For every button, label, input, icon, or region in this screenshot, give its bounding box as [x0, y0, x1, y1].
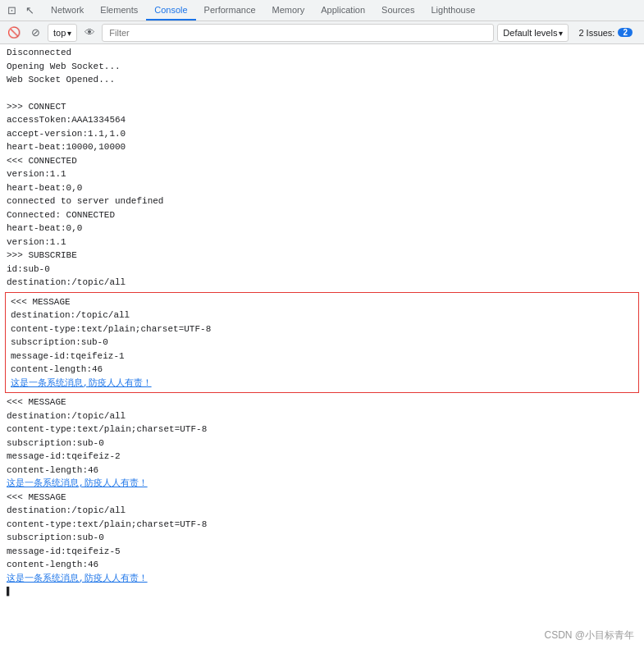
tab-console[interactable]: Console: [146, 0, 195, 21]
console-line: connected to server undefined: [0, 194, 644, 208]
console-line: version:1.1: [0, 167, 644, 181]
console-line: message-id:tqeifeiz-2: [0, 450, 644, 464]
tab-memory[interactable]: Memory: [264, 0, 313, 21]
console-line: content-type:text/plain;charset=UTF-8: [0, 518, 644, 532]
console-line: destination:/topic/all: [11, 309, 633, 322]
console-line: content-type:text/plain;charset=UTF-8: [11, 322, 633, 336]
devtools-tab-bar: ⊡ ↖ Network Elements Console Performance…: [0, 0, 644, 21]
issues-badge[interactable]: 2 Issues: 2: [572, 26, 639, 39]
chinese-message-text-3: 这是一条系统消息,防疫人人有责！: [0, 572, 644, 586]
tab-performance[interactable]: Performance: [196, 0, 264, 21]
console-line: destination:/topic/all: [0, 504, 644, 518]
console-line: Web Socket Opened...: [0, 73, 644, 87]
tab-elements[interactable]: Elements: [92, 0, 146, 21]
console-output: Disconnected Opening Web Socket... Web S…: [0, 44, 644, 649]
console-line: Opening Web Socket...: [0, 60, 644, 74]
filter-button[interactable]: ⊘: [26, 24, 44, 42]
console-line: content-length:46: [0, 464, 644, 478]
tab-network[interactable]: Network: [43, 0, 92, 21]
console-line: >>> CONNECT: [0, 100, 644, 114]
levels-chevron: [559, 28, 563, 38]
console-line: version:1.1: [0, 235, 644, 249]
context-label: top: [53, 28, 66, 38]
console-line: <<< CONNECTED: [0, 154, 644, 168]
levels-label: Default levels: [503, 28, 557, 38]
tab-sources[interactable]: Sources: [373, 0, 422, 21]
console-line: subscription:sub-0: [11, 336, 633, 350]
console-line: <<< MESSAGE: [0, 395, 644, 409]
console-toolbar: 🚫 ⊘ top 👁 Default levels 2 Issues: 2: [0, 21, 644, 44]
console-line: destination:/topic/all: [0, 276, 644, 290]
issues-count: 2: [618, 28, 633, 37]
context-chevron: [67, 28, 71, 38]
tab-lighthouse[interactable]: Lighthouse: [422, 0, 483, 21]
console-line: id:sub-0: [0, 263, 644, 277]
console-line: <<< MESSAGE: [0, 491, 644, 505]
console-line: content-length:46: [11, 363, 633, 377]
filter-input[interactable]: [102, 24, 494, 42]
context-selector[interactable]: top: [48, 24, 77, 42]
devtools-inspect-button[interactable]: ↖: [21, 2, 38, 19]
console-line: heart-beat:0,0: [0, 181, 644, 195]
tab-application[interactable]: Application: [313, 0, 373, 21]
console-line: <<< MESSAGE: [11, 295, 633, 309]
console-line: heart-beat:10000,10000: [0, 140, 644, 154]
issues-label: 2 Issues:: [578, 28, 614, 38]
console-line: destination:/topic/all: [0, 409, 644, 423]
console-line: Disconnected: [0, 46, 644, 60]
eye-button[interactable]: 👁: [80, 24, 98, 42]
console-empty: [0, 87, 644, 100]
console-line: subscription:sub-0: [0, 436, 644, 450]
clear-console-button[interactable]: 🚫: [5, 24, 23, 42]
highlighted-message-block: <<< MESSAGE destination:/topic/all conte…: [5, 292, 639, 394]
console-line: content-length:46: [0, 558, 644, 572]
console-line: heart-beat:0,0: [0, 222, 644, 235]
console-cursor: ▌: [0, 585, 644, 599]
console-line: accessToken:AAA1334564: [0, 113, 644, 127]
console-line: content-type:text/plain;charset=UTF-8: [0, 423, 644, 436]
console-line: Connected: CONNECTED: [0, 208, 644, 222]
watermark: CSDN @小目标青年: [544, 628, 634, 642]
chinese-message-text: 这是一条系统消息,防疫人人有责！: [11, 377, 633, 391]
console-line: message-id:tqeifeiz-1: [11, 350, 633, 363]
chinese-message-text-2: 这是一条系统消息,防疫人人有责！: [0, 477, 644, 491]
tab-list: Network Elements Console Performance Mem…: [43, 0, 483, 21]
devtools-icons: ⊡ ↖: [3, 2, 38, 19]
console-line: subscription:sub-0: [0, 531, 644, 545]
console-line: accept-version:1.1,1.0: [0, 127, 644, 141]
devtools-dock-button[interactable]: ⊡: [3, 2, 20, 19]
levels-selector[interactable]: Default levels: [497, 24, 569, 42]
console-line: >>> SUBSCRIBE: [0, 249, 644, 263]
console-line: message-id:tqeifeiz-5: [0, 545, 644, 559]
